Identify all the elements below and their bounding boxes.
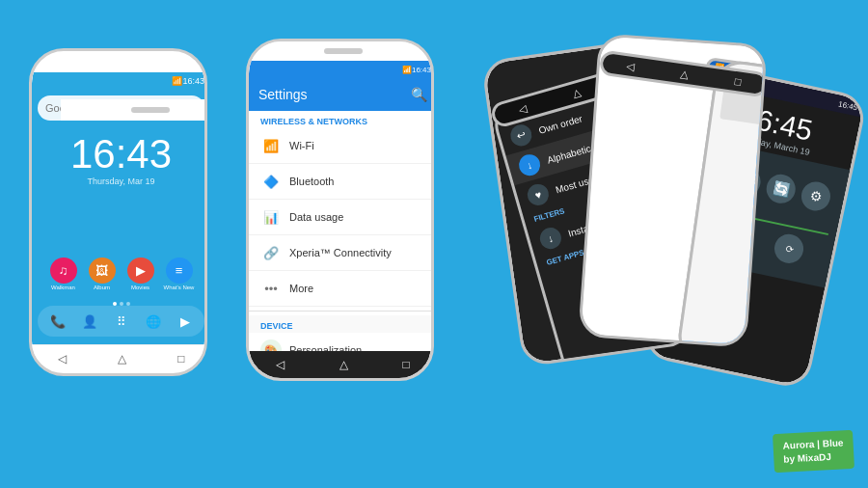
- datausage-icon: 📊: [260, 206, 282, 228]
- settings-divider: [249, 311, 431, 312]
- phone1-home-btn[interactable]: △: [118, 352, 126, 366]
- phone5-nav-bar: ◁ △ □: [599, 49, 765, 97]
- phone5: 📶 16:45 Calling 👤 ⠿ 🔊 Call log ◁ △: [578, 33, 768, 347]
- whatsnew-icon[interactable]: ≡ What's New: [163, 258, 196, 290]
- date-display: Thursday, Mar 19: [88, 176, 155, 186]
- settings-title: Settings: [258, 87, 308, 102]
- phone1-back-btn[interactable]: ◁: [58, 352, 67, 366]
- qs-extra-tile[interactable]: ⟳: [772, 231, 806, 266]
- personalization-setting[interactable]: 🎨 Personalization: [249, 333, 431, 351]
- xperia-label: Xperia™ Connectivity: [289, 247, 392, 258]
- play-dock-icon[interactable]: ▶: [174, 310, 197, 333]
- chrome-dock-icon[interactable]: 🌐: [142, 310, 165, 333]
- own-order-label: Own order: [537, 113, 583, 135]
- more-icon: •••: [260, 278, 282, 299]
- datausage-setting[interactable]: 📊 Data usage: [249, 200, 431, 235]
- most-used-icon: ♥: [525, 181, 551, 207]
- alphabetic-icon: ↓: [517, 152, 543, 178]
- phone5-recents-btn[interactable]: □: [734, 75, 742, 88]
- settings-header: Settings 🔍: [249, 78, 431, 111]
- personalization-label: Personalization: [289, 344, 362, 351]
- wifi-setting[interactable]: 📶 Wi-Fi: [249, 128, 431, 164]
- phone4-back-btn[interactable]: ◁: [517, 101, 528, 116]
- phone1-nav-bar: ◁ △ □: [32, 344, 204, 371]
- phone2-recents-btn[interactable]: □: [402, 358, 409, 371]
- alphabetic-label: Alphabetic: [546, 143, 592, 165]
- bluetooth-icon: 🔷: [260, 171, 282, 192]
- own-order-icon: ↩: [508, 122, 534, 149]
- phone3-status-time: 16:45: [837, 99, 857, 112]
- album-icon[interactable]: 🖼 Album: [86, 258, 119, 290]
- phone2-wifi-icon: 📶: [402, 66, 412, 74]
- phone2-back-btn[interactable]: ◁: [276, 358, 285, 371]
- phone1-status-time: 16:43: [182, 76, 204, 86]
- settings-search-icon[interactable]: 🔍: [411, 87, 427, 102]
- personalization-icon: 🎨: [260, 339, 282, 351]
- clock-display: 16:43: [70, 134, 172, 175]
- more-setting[interactable]: ••• More: [249, 271, 431, 307]
- phone1-screen: Google 🎤 16:43 Thursday, Mar 19 ♫ Walkma…: [32, 90, 204, 344]
- wireless-section-title: Wireless & networks: [249, 111, 431, 128]
- wifi-icon: 📶: [260, 135, 282, 156]
- device-section-title: Device: [249, 315, 431, 333]
- phone2-nav-bar: ◁ △ □: [249, 351, 431, 378]
- aurora-badge-line2: by MixaDJ: [783, 449, 844, 466]
- phone1-wifi-icon: 📶: [172, 76, 182, 86]
- wifi-label: Wi-Fi: [289, 140, 314, 151]
- phone1-notch: [61, 99, 204, 121]
- apps-dock-icon[interactable]: ⠿: [110, 310, 133, 333]
- phone1-status-bar: 📶 16:43: [32, 72, 204, 90]
- phone4-home-btn[interactable]: △: [571, 86, 582, 100]
- walkman-icon[interactable]: ♫ Walkman: [47, 258, 80, 290]
- home-app-icons: ♫ Walkman 🖼 Album ▶ Movies ≡ What's New: [47, 258, 196, 290]
- datausage-label: Data usage: [289, 211, 343, 223]
- aurora-badge: Aurora | Blue by MixaDJ: [773, 430, 854, 473]
- phone-stack: mt:s 16:45 16:45 Thursday, March 19 HUAW…: [482, 19, 849, 473]
- bottom-dock: 📞 👤 ⠿ 🌐 ▶: [38, 306, 204, 337]
- contacts-dock-icon[interactable]: 👤: [78, 310, 101, 333]
- xperia-connectivity-setting[interactable]: 🔗 Xperia™ Connectivity: [249, 235, 431, 271]
- phone2-status-bar: 📶 16:43: [249, 61, 431, 78]
- installed-icon: ↓: [537, 225, 563, 251]
- phone1: 📶 16:43 Google 🎤 16:43 Thursday, Mar 19 …: [29, 48, 207, 376]
- phone2-status-time: 16:43: [412, 66, 431, 74]
- xperia-icon: 🔗: [260, 242, 282, 263]
- qs-sync-tile[interactable]: 🔄: [764, 172, 799, 206]
- phone1-recents-btn[interactable]: □: [177, 352, 184, 366]
- movies-icon[interactable]: ▶ Movies: [124, 258, 157, 290]
- bluetooth-label: Bluetooth: [289, 176, 334, 187]
- more-label: More: [289, 283, 313, 294]
- bluetooth-setting[interactable]: 🔷 Bluetooth: [249, 164, 431, 200]
- phone2-notch: [249, 41, 431, 61]
- phone-dock-icon[interactable]: 📞: [46, 310, 69, 333]
- qs-settings-tile[interactable]: ⚙: [800, 179, 834, 214]
- phone2-home-btn[interactable]: △: [339, 358, 348, 371]
- phone2: 📶 16:43 Settings 🔍 Wireless & networks 📶…: [246, 39, 434, 381]
- phone5-back-btn[interactable]: ◁: [626, 60, 636, 73]
- phone5-home-btn[interactable]: △: [680, 68, 690, 81]
- settings-list: Wireless & networks 📶 Wi-Fi 🔷 Bluetooth …: [249, 111, 431, 351]
